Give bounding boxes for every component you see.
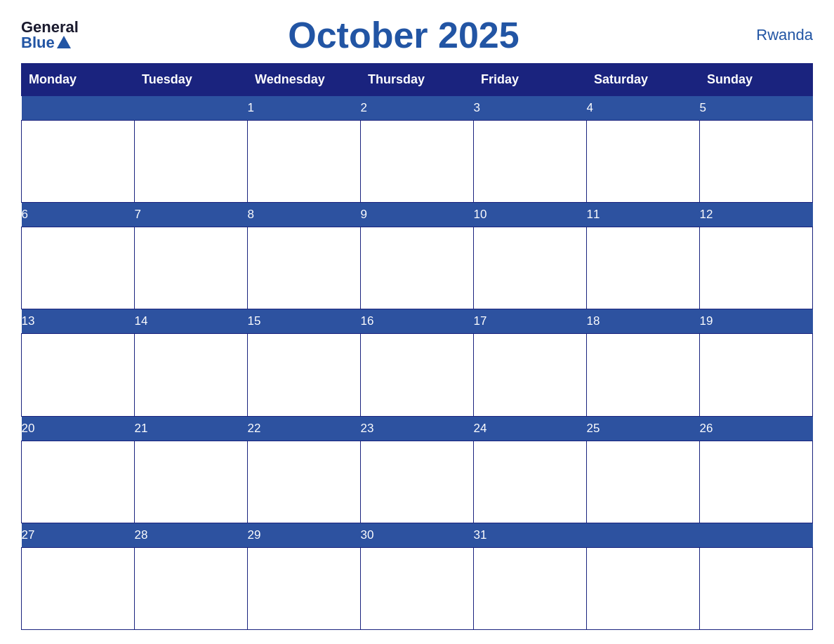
logo-general-text: General bbox=[21, 20, 79, 35]
date-number: 13 bbox=[22, 314, 35, 328]
calendar-title: October 2025 bbox=[288, 14, 519, 56]
days-header-row: MondayTuesdayWednesdayThursdayFridaySatu… bbox=[22, 64, 813, 96]
calendar-cell bbox=[248, 227, 361, 309]
date-cell bbox=[700, 523, 813, 547]
date-number: 23 bbox=[361, 422, 374, 435]
calendar-cell bbox=[22, 121, 135, 203]
date-cell: 28 bbox=[135, 523, 248, 547]
date-number: 16 bbox=[361, 314, 374, 328]
calendar-cell bbox=[361, 334, 474, 416]
date-number: 6 bbox=[22, 208, 28, 221]
calendar-cell bbox=[700, 441, 813, 523]
week-content-row-3 bbox=[22, 334, 813, 416]
week-date-row-2: 6789101112 bbox=[22, 203, 813, 227]
date-cell: 9 bbox=[361, 203, 474, 227]
date-number: 4 bbox=[587, 101, 593, 114]
date-cell: 27 bbox=[22, 523, 135, 547]
date-number: 21 bbox=[135, 422, 148, 435]
date-cell: 12 bbox=[700, 203, 813, 227]
logo: General Blue bbox=[21, 20, 79, 51]
date-number: 14 bbox=[135, 314, 148, 328]
calendar-cell bbox=[248, 441, 361, 523]
calendar-cell bbox=[700, 547, 813, 629]
calendar-cell bbox=[700, 227, 813, 309]
calendar-cell bbox=[474, 334, 587, 416]
date-cell: 16 bbox=[361, 309, 474, 334]
day-header-monday: Monday bbox=[22, 64, 135, 96]
date-number: 15 bbox=[248, 314, 261, 328]
date-number: 18 bbox=[587, 314, 600, 328]
date-cell: 13 bbox=[22, 309, 135, 334]
date-cell: 3 bbox=[474, 96, 587, 121]
date-number: 19 bbox=[700, 314, 713, 328]
date-number: 25 bbox=[587, 422, 600, 435]
date-cell: 2 bbox=[361, 96, 474, 121]
date-number: 3 bbox=[474, 101, 480, 114]
date-cell: 23 bbox=[361, 416, 474, 441]
date-cell: 18 bbox=[587, 309, 700, 334]
week-date-row-5: 2728293031 bbox=[22, 523, 813, 547]
date-number: 20 bbox=[22, 422, 35, 435]
calendar-cell bbox=[361, 121, 474, 203]
calendar-cell bbox=[248, 334, 361, 416]
calendar-cell bbox=[248, 547, 361, 629]
date-number: 22 bbox=[248, 422, 261, 435]
date-cell: 8 bbox=[248, 203, 361, 227]
date-number: 27 bbox=[22, 528, 35, 542]
date-number: 7 bbox=[135, 208, 141, 221]
date-cell: 19 bbox=[700, 309, 813, 334]
calendar-cell bbox=[587, 121, 700, 203]
date-cell: 20 bbox=[22, 416, 135, 441]
date-cell: 4 bbox=[587, 96, 700, 121]
calendar-cell bbox=[135, 334, 248, 416]
page-header: General Blue October 2025 Rwanda bbox=[21, 14, 813, 56]
calendar-cell bbox=[474, 121, 587, 203]
calendar-cell bbox=[361, 227, 474, 309]
date-number: 8 bbox=[248, 208, 254, 221]
calendar-cell bbox=[22, 547, 135, 629]
calendar-cell bbox=[474, 441, 587, 523]
calendar-cell bbox=[474, 227, 587, 309]
calendar-cell bbox=[135, 227, 248, 309]
day-header-saturday: Saturday bbox=[587, 64, 700, 96]
date-cell: 25 bbox=[587, 416, 700, 441]
week-date-row-1: 12345 bbox=[22, 96, 813, 121]
date-cell bbox=[135, 96, 248, 121]
calendar-cell bbox=[135, 121, 248, 203]
date-cell: 26 bbox=[700, 416, 813, 441]
date-cell: 22 bbox=[248, 416, 361, 441]
date-cell: 21 bbox=[135, 416, 248, 441]
week-content-row-1 bbox=[22, 121, 813, 203]
date-cell: 17 bbox=[474, 309, 587, 334]
week-date-row-3: 13141516171819 bbox=[22, 309, 813, 334]
date-cell: 6 bbox=[22, 203, 135, 227]
calendar-cell bbox=[700, 121, 813, 203]
week-date-row-4: 20212223242526 bbox=[22, 416, 813, 441]
date-cell: 15 bbox=[248, 309, 361, 334]
date-cell: 14 bbox=[135, 309, 248, 334]
calendar-cell bbox=[135, 441, 248, 523]
country-label: Rwanda bbox=[729, 26, 813, 44]
date-number: 12 bbox=[700, 208, 713, 221]
day-header-friday: Friday bbox=[474, 64, 587, 96]
date-cell: 24 bbox=[474, 416, 587, 441]
calendar-cell bbox=[135, 547, 248, 629]
date-cell: 10 bbox=[474, 203, 587, 227]
date-cell: 11 bbox=[587, 203, 700, 227]
calendar-cell bbox=[248, 121, 361, 203]
date-number: 9 bbox=[361, 208, 367, 221]
logo-blue-text: Blue bbox=[21, 35, 71, 51]
date-cell: 7 bbox=[135, 203, 248, 227]
calendar-cell bbox=[22, 334, 135, 416]
calendar-cell bbox=[474, 547, 587, 629]
date-number: 1 bbox=[248, 101, 254, 114]
day-header-wednesday: Wednesday bbox=[248, 64, 361, 96]
week-content-row-2 bbox=[22, 227, 813, 309]
date-number: 11 bbox=[587, 208, 600, 221]
date-cell bbox=[22, 96, 135, 121]
date-cell bbox=[587, 523, 700, 547]
calendar-cell bbox=[361, 547, 474, 629]
calendar-cell bbox=[587, 227, 700, 309]
date-cell: 31 bbox=[474, 523, 587, 547]
calendar-cell bbox=[22, 441, 135, 523]
